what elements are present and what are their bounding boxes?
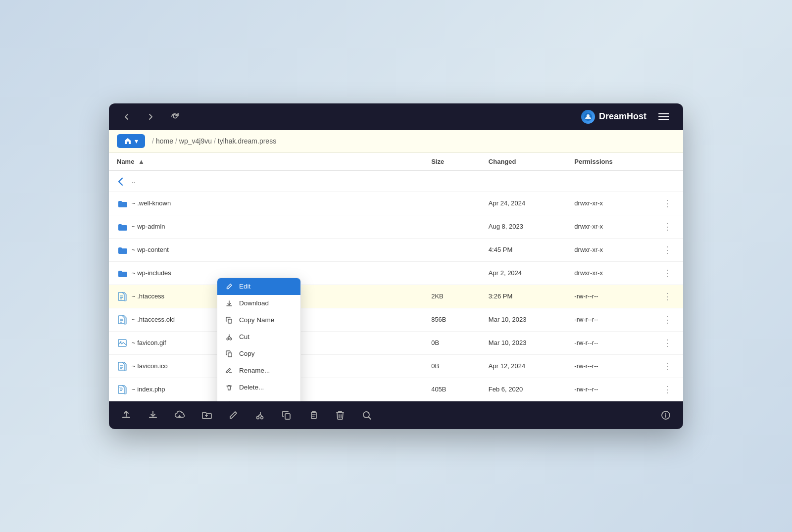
file-type-icon: [117, 338, 128, 348]
table-row: ~ wp-includes Apr 2, 2024 drwxr-xr-x ⋮: [109, 261, 683, 285]
file-type-icon: [117, 198, 128, 209]
table-header: Name ▲ Size Changed Permissions: [109, 153, 683, 171]
file-changed: Apr 24, 2024: [481, 192, 567, 215]
new-folder-button[interactable]: [199, 408, 214, 423]
hamburger-button[interactable]: [654, 111, 673, 122]
file-type-icon: [117, 361, 128, 372]
bottom-toolbar: [109, 401, 683, 429]
file-name-cell: ..: [117, 176, 415, 187]
table-row: ~ favicon.gif 0B Mar 10, 2023 -rw-r--r--…: [109, 331, 683, 354]
three-dot-button[interactable]: ⋮: [660, 267, 675, 280]
file-type-icon: [117, 314, 128, 325]
table-row: ~ wp-content 4:45 PM drwxr-xr-x ⋮: [109, 238, 683, 261]
toolbar-right: DreamHost: [581, 110, 673, 124]
context-menu-item-copy[interactable]: Copy: [217, 345, 300, 362]
file-type-icon: [117, 268, 128, 279]
breadcrumb-sep-1: /: [152, 137, 154, 145]
menu-icon-download: [225, 299, 233, 307]
file-name: ..: [132, 177, 135, 185]
permissions-column-header[interactable]: Permissions: [566, 153, 652, 171]
menu-label-copy-name: Copy Name: [239, 316, 274, 324]
menu-label-copy: Copy: [239, 350, 255, 357]
search-bottom-button[interactable]: [359, 408, 374, 423]
size-column-header[interactable]: Size: [423, 153, 481, 171]
breadcrumb-domain[interactable]: tylhak.dream.press: [218, 137, 276, 145]
context-menu-item-rename[interactable]: Rename...: [217, 362, 300, 379]
back-button[interactable]: [119, 111, 135, 123]
forward-button[interactable]: [143, 111, 158, 123]
file-permissions: -rw-r--r--: [566, 308, 652, 331]
three-dot-button[interactable]: ⋮: [660, 360, 675, 373]
upload-button[interactable]: [119, 408, 134, 423]
info-bottom-button[interactable]: [658, 408, 673, 423]
file-type-icon: [117, 221, 128, 232]
svg-rect-16: [122, 417, 130, 418]
three-dot-button[interactable]: ⋮: [660, 220, 675, 233]
file-size: 0B: [423, 331, 481, 354]
svg-rect-17: [149, 417, 157, 418]
file-table: Name ▲ Size Changed Permissions ..: [109, 153, 683, 401]
file-name: ~ wp-content: [132, 246, 169, 253]
three-dot-button[interactable]: ⋮: [660, 383, 675, 396]
file-permissions: -rw-r--r--: [566, 285, 652, 308]
table-row: ~ .htaccess.old 856B Mar 10, 2023 -rw-r-…: [109, 308, 683, 331]
table-row: ~ .well-known Apr 24, 2024 drwxr-xr-x ⋮: [109, 192, 683, 215]
svg-text:</>: </>: [119, 386, 123, 388]
menu-icon-cut: [225, 333, 233, 341]
context-menu-item-copy-name[interactable]: Copy Name: [217, 312, 300, 329]
file-size: [423, 238, 481, 261]
menu-icon-copy: [225, 350, 233, 358]
file-name: ~ index.php: [132, 386, 165, 393]
file-size: [423, 261, 481, 285]
menu-label-edit: Edit: [239, 283, 250, 290]
three-dot-button[interactable]: ⋮: [660, 337, 675, 349]
dreamhost-logo: DreamHost: [581, 110, 646, 124]
table-row: ..: [109, 170, 683, 192]
context-menu-item-download[interactable]: Download: [217, 295, 300, 312]
context-menu-item-cut[interactable]: Cut: [217, 329, 300, 345]
breadcrumb-home[interactable]: home: [156, 137, 173, 145]
changed-column-header[interactable]: Changed: [481, 153, 567, 171]
three-dot-button[interactable]: ⋮: [660, 290, 675, 303]
file-changed: 3:26 PM: [481, 285, 567, 308]
file-permissions: -rw-r--r--: [566, 378, 652, 401]
file-changed: Feb 6, 2020: [481, 378, 567, 401]
table-row: </> ~ index.php 405B Feb 6, 2020 -rw-r--…: [109, 378, 683, 401]
refresh-button[interactable]: [166, 110, 183, 123]
svg-point-24: [665, 413, 666, 414]
svg-rect-20: [285, 414, 290, 419]
delete-bottom-button[interactable]: [333, 408, 347, 423]
menu-icon-rename: [225, 367, 233, 375]
file-changed: Mar 10, 2023: [481, 331, 567, 354]
paste-bottom-button[interactable]: [306, 408, 321, 423]
file-permissions: -rw-r--r--: [566, 331, 652, 354]
breadcrumb-wp[interactable]: wp_v4j9vu: [179, 137, 212, 145]
three-dot-button[interactable]: ⋮: [660, 243, 675, 256]
three-dot-button[interactable]: ⋮: [660, 197, 675, 210]
copy-bottom-button[interactable]: [279, 408, 294, 423]
file-name: ~ wp-admin: [132, 223, 165, 230]
menu-icon-copy-name: [225, 316, 233, 324]
svg-rect-12: [228, 353, 232, 357]
svg-rect-21: [311, 412, 316, 419]
file-size: 856B: [423, 308, 481, 331]
three-dot-button[interactable]: ⋮: [660, 313, 675, 326]
breadcrumb-home-button[interactable]: ▾: [117, 134, 145, 148]
download-button[interactable]: [146, 408, 160, 423]
context-menu-item-edit[interactable]: Edit: [217, 278, 300, 295]
table-row: ~ favicon.ico 0B Apr 12, 2024 -rw-r--r--…: [109, 354, 683, 378]
file-name: ~ favicon.ico: [132, 362, 168, 370]
context-menu-item-delete[interactable]: Delete...: [217, 379, 300, 396]
file-name: ~ favicon.gif: [132, 339, 166, 346]
upload-cloud-button[interactable]: [172, 408, 187, 423]
cut-bottom-button[interactable]: [252, 408, 267, 423]
name-column-header[interactable]: Name ▲: [109, 153, 423, 171]
bottom-toolbar-left: [119, 408, 374, 423]
svg-rect-9: [228, 319, 232, 323]
menu-label-delete: Delete...: [239, 384, 264, 391]
edit-bottom-button[interactable]: [226, 408, 241, 423]
context-menu-item-chmod[interactable]: CHMOD: [217, 396, 300, 401]
file-permissions: -rw-r--r--: [566, 354, 652, 378]
top-toolbar: DreamHost: [109, 103, 683, 130]
table-row: ~ .htaccess 2KB 3:26 PM -rw-r--r-- ⋮: [109, 285, 683, 308]
